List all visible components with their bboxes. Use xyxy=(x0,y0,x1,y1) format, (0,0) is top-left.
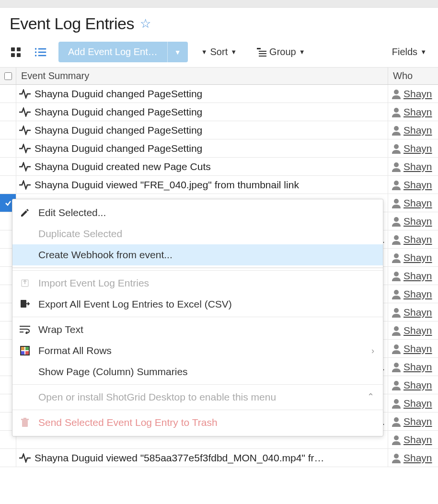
row-checkbox-cell[interactable] xyxy=(0,449,16,467)
row-checkbox-cell[interactable] xyxy=(0,85,16,103)
who-cell: Shayn xyxy=(388,376,438,394)
svg-point-29 xyxy=(394,344,399,349)
chevron-up-icon: ⌃ xyxy=(367,391,374,402)
who-link[interactable]: Shayn xyxy=(403,179,432,191)
svg-rect-47 xyxy=(21,419,29,420)
table-row[interactable]: Shayna Duguid changed PageSettingShayn xyxy=(0,121,438,139)
person-icon xyxy=(391,125,402,136)
grid-view-icon[interactable] xyxy=(10,46,22,58)
blank-icon xyxy=(19,391,31,403)
svg-point-25 xyxy=(394,272,399,276)
chevron-down-icon: ▼ xyxy=(201,48,207,56)
table-header-row: Event Summary Who xyxy=(0,68,438,85)
sort-label: Sort xyxy=(210,46,228,57)
fields-label: Fields xyxy=(392,46,417,57)
event-summary-cell: Shayna Duguid changed PageSetting xyxy=(16,139,388,157)
menu-wrap-text[interactable]: Wrap Text xyxy=(12,319,383,340)
menu-format-rows[interactable]: Format All Rows › xyxy=(12,340,383,361)
column-header-summary[interactable]: Event Summary xyxy=(16,68,388,84)
who-link[interactable]: Shayn xyxy=(403,343,432,355)
sort-button[interactable]: ▼ Sort ▼ xyxy=(199,45,239,59)
select-all-checkbox[interactable] xyxy=(4,72,12,80)
menu-duplicate: Duplicate Selected xyxy=(12,223,383,244)
activity-icon xyxy=(19,107,31,117)
svg-point-26 xyxy=(394,290,399,295)
person-icon xyxy=(391,289,402,299)
add-event-dropdown[interactable]: ▼ xyxy=(167,42,188,62)
table-row[interactable]: Shayna Duguid viewed "585aa377e5f3fdbd_M… xyxy=(0,449,438,467)
svg-rect-0 xyxy=(11,47,15,51)
who-link[interactable]: Shayn xyxy=(403,197,432,209)
row-checkbox-cell[interactable] xyxy=(0,176,16,194)
row-checkbox-cell[interactable] xyxy=(0,103,16,121)
group-button[interactable]: Group ▼ xyxy=(255,45,307,59)
svg-point-33 xyxy=(394,417,399,422)
row-checkbox-cell[interactable] xyxy=(0,121,16,139)
svg-point-27 xyxy=(394,308,399,313)
person-icon xyxy=(391,89,402,99)
menu-create-webhook[interactable]: Create Webhook from event... xyxy=(12,244,383,265)
event-summary-cell: Shayna Duguid viewed "FRE_040.jpeg" from… xyxy=(16,176,388,194)
table-row[interactable]: Shayna Duguid changed PageSettingShayn xyxy=(0,103,438,121)
svg-rect-13 xyxy=(259,56,266,57)
who-link[interactable]: Shayn xyxy=(403,452,432,464)
table-row[interactable]: Shayna Duguid changed PageSettingShayn xyxy=(0,139,438,158)
group-icon xyxy=(257,48,266,57)
who-link[interactable]: Shayn xyxy=(403,125,432,136)
who-link[interactable]: Shayn xyxy=(403,252,432,263)
column-header-who[interactable]: Who xyxy=(388,68,438,84)
who-link[interactable]: Shayn xyxy=(403,216,432,227)
who-cell: Shayn xyxy=(388,230,438,248)
svg-rect-43 xyxy=(25,347,29,350)
row-checkbox-cell[interactable] xyxy=(0,158,16,175)
menu-edit-selected[interactable]: Edit Selected... xyxy=(12,202,383,223)
who-link[interactable]: Shayn xyxy=(403,106,432,118)
menu-show-summaries[interactable]: Show Page (Column) Summaries xyxy=(12,361,383,382)
who-cell: Shayn xyxy=(388,85,438,103)
add-event-button[interactable]: Add Event Log Ent… xyxy=(58,42,167,62)
person-icon xyxy=(391,453,402,463)
favorite-star-icon[interactable]: ☆ xyxy=(140,16,151,31)
blank-icon xyxy=(19,228,31,240)
table-row[interactable]: Shayna Duguid changed PageSettingShayn xyxy=(0,85,438,103)
who-link[interactable]: Shayn xyxy=(403,434,432,446)
who-link[interactable]: Shayn xyxy=(403,325,432,336)
table-row[interactable]: Shayna Duguid viewed "FRE_040.jpeg" from… xyxy=(0,176,438,194)
who-link[interactable]: Shayn xyxy=(403,161,432,172)
who-link[interactable]: Shayn xyxy=(403,398,432,409)
who-link[interactable]: Shayn xyxy=(403,361,432,373)
table-row[interactable]: Shayna Duguid created new Page CutsShayn xyxy=(0,158,438,176)
who-link[interactable]: Shayn xyxy=(403,88,432,100)
menu-separator xyxy=(12,384,383,385)
import-icon xyxy=(19,277,31,289)
person-icon xyxy=(391,143,402,154)
svg-point-32 xyxy=(394,399,399,404)
menu-send-to-trash[interactable]: Send Selected Event Log Entry to Trash xyxy=(12,412,383,433)
page-header: Event Log Entries ☆ Add Event Log Ent… ▼… xyxy=(0,8,438,68)
svg-point-35 xyxy=(394,454,399,458)
svg-point-34 xyxy=(394,435,399,440)
toolbar: Add Event Log Ent… ▼ ▼ Sort ▼ Group ▼ Fi… xyxy=(10,42,428,62)
who-cell: Shayn xyxy=(388,267,438,285)
row-checkbox-cell[interactable] xyxy=(0,139,16,157)
who-link[interactable]: Shayn xyxy=(403,270,432,282)
who-cell: Shayn xyxy=(388,449,438,467)
who-link[interactable]: Shayn xyxy=(403,379,432,391)
menu-export[interactable]: Export All Event Log Entries to Excel (C… xyxy=(12,294,383,315)
menu-label: Duplicate Selected xyxy=(38,228,122,240)
person-icon xyxy=(391,271,402,281)
who-cell: Shayn xyxy=(388,431,438,448)
list-view-icon[interactable] xyxy=(35,46,47,58)
who-link[interactable]: Shayn xyxy=(403,416,432,427)
who-link[interactable]: Shayn xyxy=(403,307,432,318)
menu-label: Show Page (Column) Summaries xyxy=(38,366,188,378)
who-link[interactable]: Shayn xyxy=(403,288,432,300)
who-link[interactable]: Shayn xyxy=(403,143,432,154)
event-summary-text: Shayna Duguid changed PageSetting xyxy=(35,88,202,100)
fields-button[interactable]: Fields ▼ xyxy=(390,45,428,59)
person-icon xyxy=(391,416,402,427)
select-all-cell[interactable] xyxy=(0,68,16,84)
person-icon xyxy=(391,325,402,336)
who-link[interactable]: Shayn xyxy=(403,234,432,245)
svg-point-16 xyxy=(394,126,399,131)
